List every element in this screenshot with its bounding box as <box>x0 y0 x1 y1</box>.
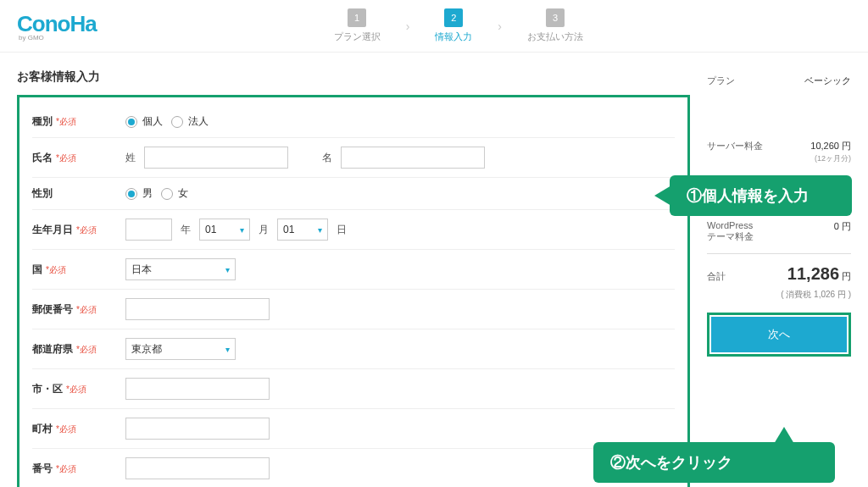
header: ConoHa by GMO 1 プラン選択 › 2 情報入力 › 3 お支払い方… <box>0 0 868 53</box>
summary-sidebar: プランベーシック サーバー料金10,260 円(12ヶ月分) 料金タイプWING… <box>707 69 851 487</box>
radio-male[interactable]: 男 <box>125 186 153 201</box>
lastname-input[interactable] <box>144 147 288 169</box>
total-row: 合計 11,286円 <box>707 259 851 289</box>
next-button[interactable]: 次へ <box>711 317 847 352</box>
country-select[interactable]: 日本▾ <box>125 258 236 280</box>
city-input[interactable] <box>125 378 270 400</box>
row-town: 町村*必須 <box>32 408 675 448</box>
step-1: 1 プラン選択 <box>334 8 381 43</box>
annotation-2: ②次へをクリック <box>593 442 835 483</box>
number-input[interactable] <box>125 457 270 479</box>
town-input[interactable] <box>125 418 270 440</box>
row-postal: 郵便番号*必須 <box>32 289 675 329</box>
row-type: 種別*必須 個人 法人 <box>32 106 675 137</box>
chevron-down-icon: ▾ <box>225 345 230 354</box>
chevron-down-icon: ▾ <box>318 225 322 235</box>
row-pref: 都道府県*必須 東京都▾ <box>32 329 675 368</box>
logo: ConoHa by GMO <box>17 11 97 42</box>
main-form: お客様情報入力 種別*必須 個人 法人 氏名*必須 姓 名 性別 <box>17 69 690 487</box>
radio-female[interactable]: 女 <box>161 186 188 201</box>
birth-year-input[interactable] <box>125 219 172 241</box>
next-button-highlight: 次へ <box>707 313 851 357</box>
row-gender: 性別 男 女 <box>32 177 675 209</box>
progress-steps: 1 プラン選択 › 2 情報入力 › 3 お支払い方法 <box>334 8 583 43</box>
form-box: 種別*必須 個人 法人 氏名*必須 姓 名 性別 男 <box>17 95 690 487</box>
chevron-right-icon: › <box>406 19 410 33</box>
row-city: 市・区*必須 <box>32 368 675 408</box>
firstname-input[interactable] <box>341 147 485 169</box>
row-number: 番号*必須 <box>32 448 675 487</box>
section-title: お客様情報入力 <box>17 69 690 85</box>
step-3: 3 お支払い方法 <box>527 8 583 43</box>
birth-day-select[interactable]: 01▾ <box>277 219 328 241</box>
step-2: 2 情報入力 <box>435 8 472 43</box>
chevron-down-icon: ▾ <box>240 225 244 235</box>
row-birth: 生年月日*必須 年 01▾ 月 01▾ 日 <box>32 209 675 249</box>
row-name: 氏名*必須 姓 名 <box>32 137 675 177</box>
chevron-down-icon: ▾ <box>225 265 230 274</box>
annotation-1: ①個人情報を入力 <box>670 175 852 216</box>
birth-month-select[interactable]: 01▾ <box>199 219 250 241</box>
radio-individual[interactable]: 個人 <box>125 114 163 129</box>
row-country: 国*必須 日本▾ <box>32 249 675 289</box>
prefecture-select[interactable]: 東京都▾ <box>125 338 236 360</box>
chevron-right-icon: › <box>498 19 502 33</box>
postal-input[interactable] <box>125 298 270 320</box>
radio-corporate[interactable]: 法人 <box>171 114 209 129</box>
